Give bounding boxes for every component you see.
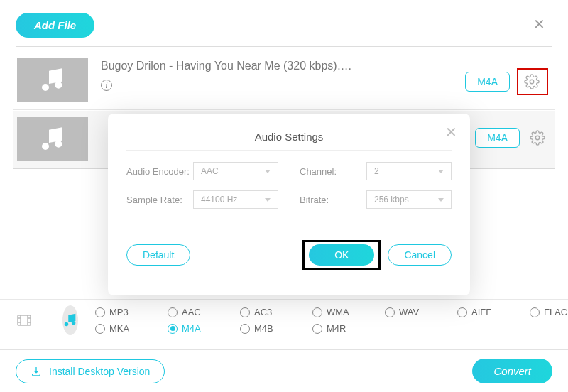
video-tab-icon[interactable]	[16, 305, 33, 335]
svg-rect-2	[18, 315, 31, 325]
format-radio-m4a[interactable]: M4A	[168, 323, 210, 334]
close-icon[interactable]: ✕	[445, 124, 457, 141]
format-button[interactable]: M4A	[465, 72, 510, 92]
file-title: Bugoy Drilon - Having You Near Me (320 k…	[101, 60, 465, 72]
install-label: Install Desktop Version	[49, 366, 150, 377]
format-radio-mka[interactable]: MKA	[95, 323, 138, 334]
download-icon	[31, 366, 42, 377]
chevron-down-icon	[265, 198, 271, 202]
bitrate-select[interactable]: 256 kbps	[366, 190, 452, 209]
audio-thumb	[17, 117, 88, 161]
info-icon[interactable]: i	[101, 80, 112, 91]
svg-point-0	[530, 80, 534, 84]
install-desktop-button[interactable]: Install Desktop Version	[16, 359, 165, 383]
ok-highlight: OK	[302, 240, 381, 270]
channel-label: Channel:	[300, 166, 366, 177]
audio-tab-icon[interactable]	[62, 305, 78, 335]
format-radio-m4b[interactable]: M4B	[240, 323, 283, 334]
settings-highlight	[517, 68, 548, 95]
modal-title: Audio Settings	[126, 126, 452, 151]
cancel-button[interactable]: Cancel	[388, 244, 452, 266]
bitrate-label: Bitrate:	[300, 195, 366, 205]
format-radio-m4r[interactable]: M4R	[312, 323, 355, 334]
format-radio-wma[interactable]: WMA	[312, 307, 355, 317]
encoder-select[interactable]: AAC	[193, 162, 278, 180]
file-row: Bugoy Drilon - Having You Near Me (320 k…	[13, 53, 555, 110]
format-bar: MP3 AAC AC3 WMA WAV AIFF FLAC MKA M4A M4…	[0, 299, 568, 347]
encoder-label: Audio Encoder:	[126, 166, 193, 177]
add-file-button[interactable]: Add File	[16, 13, 94, 38]
format-radio-aac[interactable]: AAC	[168, 307, 210, 317]
default-button[interactable]: Default	[126, 244, 190, 266]
sample-rate-label: Sample Rate:	[126, 195, 193, 205]
close-icon[interactable]: ✕	[526, 13, 552, 36]
sample-rate-select[interactable]: 44100 Hz	[193, 190, 278, 209]
format-button[interactable]: M4A	[475, 128, 520, 148]
format-radio-ac3[interactable]: AC3	[240, 307, 283, 317]
channel-select[interactable]: 2	[366, 162, 452, 180]
gear-icon[interactable]	[527, 127, 548, 148]
format-radio-wav[interactable]: WAV	[385, 307, 427, 317]
format-radio-flac[interactable]: FLAC	[530, 307, 568, 317]
audio-settings-modal: ✕ Audio Settings Audio Encoder: AAC Chan…	[108, 114, 470, 295]
chevron-down-icon	[438, 170, 444, 173]
footer: Install Desktop Version Convert	[0, 349, 568, 392]
ok-button[interactable]: OK	[309, 244, 374, 266]
format-radio-aiff[interactable]: AIFF	[457, 307, 500, 317]
convert-button[interactable]: Convert	[472, 359, 552, 383]
chevron-down-icon	[265, 170, 271, 173]
gear-icon[interactable]	[521, 71, 542, 92]
chevron-down-icon	[438, 198, 444, 202]
audio-thumb	[17, 58, 88, 102]
svg-point-1	[535, 136, 540, 140]
format-radio-mp3[interactable]: MP3	[95, 307, 138, 317]
